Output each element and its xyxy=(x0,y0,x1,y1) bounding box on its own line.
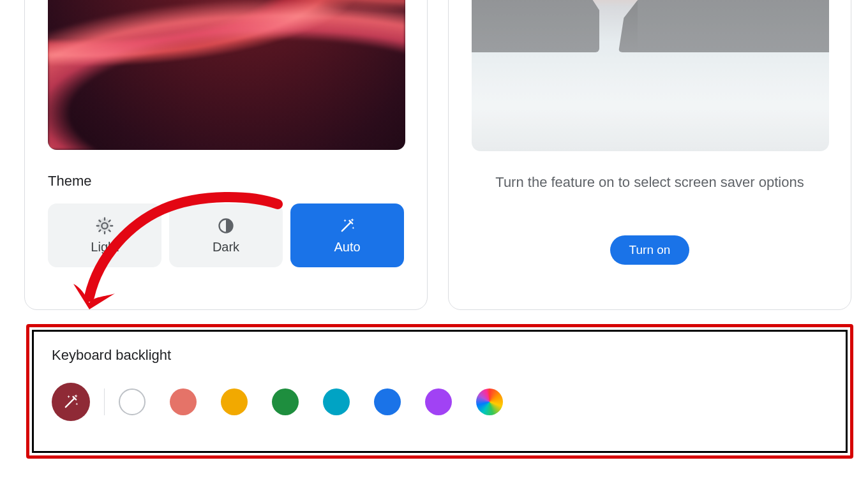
backlight-swatch-teal[interactable] xyxy=(323,388,350,415)
backlight-swatch-red[interactable] xyxy=(170,388,197,415)
theme-section-title: Theme xyxy=(48,173,404,189)
screensaver-card: Turn the feature on to select screen sav… xyxy=(448,0,851,310)
theme-auto-label: Auto xyxy=(334,240,360,255)
svg-line-5 xyxy=(99,220,100,221)
screensaver-turn-on-button[interactable]: Turn on xyxy=(610,235,690,265)
backlight-swatch-yellow[interactable] xyxy=(221,388,248,415)
theme-dark-button[interactable]: Dark xyxy=(169,203,283,267)
magic-wand-icon xyxy=(62,393,80,411)
backlight-swatch-auto[interactable] xyxy=(52,383,90,421)
keyboard-backlight-title: Keyboard backlight xyxy=(52,347,828,364)
screensaver-preview xyxy=(472,0,829,151)
theme-auto-button[interactable]: Auto xyxy=(290,203,404,267)
backlight-swatch-blue[interactable] xyxy=(374,388,401,415)
brightness-icon xyxy=(96,217,114,235)
theme-options: Light Dark Auto xyxy=(48,203,404,267)
wallpaper-theme-card: Theme Light xyxy=(24,0,428,310)
backlight-swatch-white[interactable] xyxy=(119,388,146,415)
contrast-icon xyxy=(217,217,235,235)
theme-light-label: Light xyxy=(91,240,118,255)
theme-dark-label: Dark xyxy=(213,240,239,255)
svg-line-8 xyxy=(109,220,110,221)
keyboard-backlight-highlight: Keyboard backlight xyxy=(26,324,853,459)
keyboard-backlight-swatches xyxy=(52,383,828,421)
keyboard-backlight-card: Keyboard backlight xyxy=(32,330,848,453)
swatch-divider xyxy=(104,388,105,415)
screensaver-caption: Turn the feature on to select screen sav… xyxy=(472,174,828,191)
wallpaper-preview[interactable] xyxy=(48,0,405,150)
settings-personalization-page: Theme Light xyxy=(0,0,868,488)
svg-line-6 xyxy=(109,230,110,231)
svg-line-7 xyxy=(99,230,100,231)
backlight-swatch-purple[interactable] xyxy=(425,388,452,415)
theme-light-button[interactable]: Light xyxy=(48,203,161,267)
backlight-swatch-rainbow[interactable] xyxy=(476,388,503,415)
magic-wand-icon xyxy=(338,217,356,235)
backlight-swatch-green[interactable] xyxy=(272,388,299,415)
